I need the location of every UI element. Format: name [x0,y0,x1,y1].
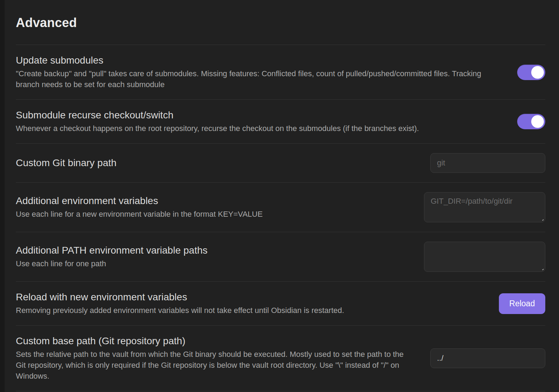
setting-submodule-recurse: Submodule recurse checkout/switch Whenev… [16,99,545,143]
setting-control [430,153,545,173]
setting-description: Whenever a checkout happens on the root … [16,123,503,134]
setting-info: Reload with new environment variables Re… [16,291,485,316]
setting-env-variables: Additional environment variables Use eac… [16,182,545,232]
base-path-input[interactable] [430,348,545,368]
textarea-container [424,192,545,222]
submodule-recurse-toggle[interactable] [517,114,545,129]
setting-control [424,192,545,222]
setting-description: Use each line for one path [16,258,410,269]
setting-description: Sets the relative path to the vault from… [16,349,409,381]
section-title: Advanced [16,0,545,45]
env-variables-textarea[interactable] [424,192,545,222]
reload-button[interactable]: Reload [499,293,545,314]
setting-name: Custom Git binary path [16,157,416,169]
setting-name: Submodule recurse checkout/switch [16,109,503,121]
setting-control [517,65,545,80]
setting-name: Additional PATH environment variable pat… [16,244,410,256]
toggle-knob [531,115,544,128]
setting-description: "Create backup" and "pull" takes care of… [16,68,503,90]
toggle-knob [531,66,544,79]
setting-name: Update submodules [16,54,503,66]
setting-control [430,348,545,368]
setting-update-submodules: Update submodules "Create backup" and "p… [16,45,545,99]
setting-description: Removing previously added environment va… [16,305,485,316]
setting-git-binary-path: Custom Git binary path [16,143,545,182]
setting-control: Reload [499,293,545,314]
setting-control [517,114,545,129]
setting-info: Custom Git binary path [16,157,416,169]
setting-reload-env: Reload with new environment variables Re… [16,281,545,325]
git-binary-path-input[interactable] [430,153,545,173]
setting-custom-base-path: Custom base path (Git repository path) S… [16,325,545,391]
setting-info: Additional PATH environment variable pat… [16,244,410,269]
setting-description: Use each line for a new environment vari… [16,209,410,220]
path-env-textarea[interactable] [424,242,545,272]
textarea-container [424,242,545,272]
setting-control [424,242,545,272]
setting-name: Custom base path (Git repository path) [16,335,416,347]
setting-name: Reload with new environment variables [16,291,485,303]
setting-info: Update submodules "Create backup" and "p… [16,54,503,90]
setting-info: Submodule recurse checkout/switch Whenev… [16,109,503,134]
update-submodules-toggle[interactable] [517,65,545,80]
setting-info: Additional environment variables Use eac… [16,195,410,220]
setting-path-env-variables: Additional PATH environment variable pat… [16,232,545,281]
setting-name: Additional environment variables [16,195,410,207]
setting-info: Custom base path (Git repository path) S… [16,335,416,381]
settings-pane: Advanced Update submodules "Create backu… [0,0,559,392]
